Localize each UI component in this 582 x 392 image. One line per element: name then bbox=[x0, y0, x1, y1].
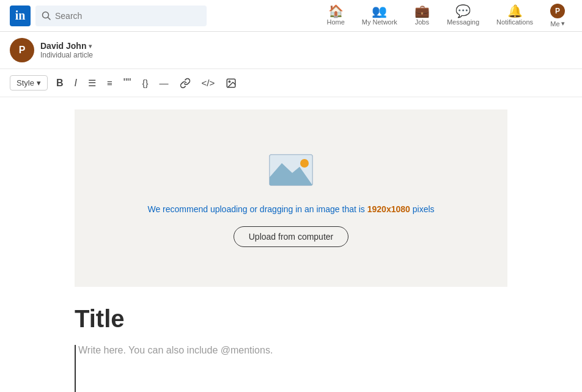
linkedin-logo[interactable]: in bbox=[10, 6, 31, 26]
home-icon: 🏠 bbox=[328, 5, 344, 17]
author-row: P David John ▾ Individual article bbox=[0, 32, 582, 69]
author-info: David John ▾ Individual article bbox=[40, 41, 93, 59]
link-icon bbox=[180, 78, 191, 89]
image-icon bbox=[226, 78, 237, 89]
nav-item-home[interactable]: 🏠 Home bbox=[319, 0, 352, 32]
main-content: We recommend uploading or dragging in an… bbox=[65, 109, 517, 392]
bullet-list-button[interactable]: ☰ bbox=[83, 75, 101, 91]
author-subtitle: Individual article bbox=[40, 51, 93, 59]
code-button[interactable]: {} bbox=[137, 75, 153, 91]
image-upload-area: We recommend uploading or dragging in an… bbox=[75, 109, 507, 287]
article-body[interactable]: Write here. You can also include @mentio… bbox=[75, 345, 507, 392]
upload-from-computer-button[interactable]: Upload from computer bbox=[234, 226, 349, 247]
svg-point-3 bbox=[229, 81, 230, 82]
my-network-icon: 👥 bbox=[372, 5, 387, 17]
nav-my-network-label: My Network bbox=[362, 18, 397, 26]
search-icon bbox=[42, 11, 51, 21]
search-input[interactable] bbox=[55, 11, 201, 21]
nav-item-my-network[interactable]: 👥 My Network bbox=[355, 0, 405, 32]
nav-item-messaging[interactable]: 💬 Messaging bbox=[440, 0, 487, 32]
image-placeholder-icon bbox=[267, 150, 315, 192]
nav-home-label: Home bbox=[326, 18, 344, 26]
editor-toolbar: Style ▾ B I ☰ ≡ "" {} — </> bbox=[0, 69, 582, 97]
link-button[interactable] bbox=[175, 75, 196, 91]
nav-items: 🏠 Home 👥 My Network 💼 Jobs 💬 Messaging 🔔… bbox=[319, 0, 572, 32]
blockquote-button[interactable]: "" bbox=[119, 74, 136, 92]
nav-item-jobs[interactable]: 💼 Jobs bbox=[407, 0, 437, 32]
svg-line-1 bbox=[48, 17, 51, 20]
nav-item-me[interactable]: P Me ▾ bbox=[543, 0, 572, 32]
author-dropdown-arrow[interactable]: ▾ bbox=[89, 43, 92, 50]
notifications-icon: 🔔 bbox=[507, 5, 523, 17]
author-name[interactable]: David John ▾ bbox=[40, 41, 93, 51]
recommend-text: We recommend uploading or dragging in an… bbox=[147, 204, 434, 214]
image-button[interactable] bbox=[221, 75, 241, 91]
svg-point-8 bbox=[300, 159, 309, 168]
search-bar[interactable] bbox=[35, 6, 207, 26]
italic-button[interactable]: I bbox=[69, 75, 81, 91]
top-navigation: in 🏠 Home 👥 My Network 💼 Jobs 💬 Messagin… bbox=[0, 0, 582, 32]
code-embed-button[interactable]: </> bbox=[197, 75, 220, 91]
style-dropdown-button[interactable]: Style ▾ bbox=[10, 75, 48, 91]
article-title[interactable]: Title bbox=[75, 305, 507, 333]
ordered-list-button[interactable]: ≡ bbox=[102, 75, 117, 91]
jobs-icon: 💼 bbox=[414, 5, 430, 17]
me-label: Me ▾ bbox=[550, 20, 564, 28]
bold-button[interactable]: B bbox=[51, 75, 68, 91]
author-avatar: P bbox=[10, 38, 34, 62]
nav-jobs-label: Jobs bbox=[415, 18, 429, 26]
me-avatar: P bbox=[550, 4, 565, 18]
nav-messaging-label: Messaging bbox=[447, 18, 479, 26]
nav-item-notifications[interactable]: 🔔 Notifications bbox=[489, 0, 540, 32]
nav-notifications-label: Notifications bbox=[496, 18, 533, 26]
messaging-icon: 💬 bbox=[455, 5, 471, 17]
divider-button[interactable]: — bbox=[155, 75, 174, 91]
